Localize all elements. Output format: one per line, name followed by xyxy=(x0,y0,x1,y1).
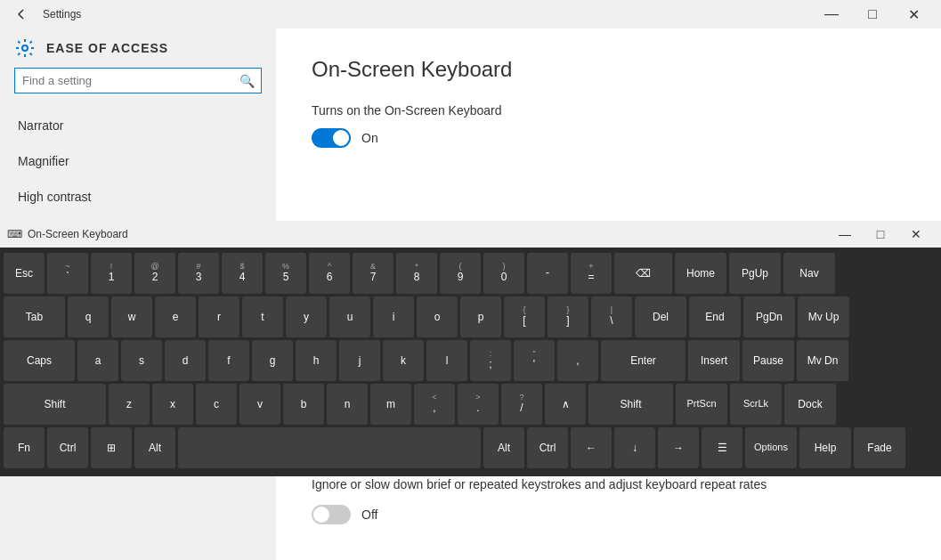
key-4[interactable]: $4 xyxy=(222,253,263,294)
key-shift-right[interactable]: Shift xyxy=(588,384,673,425)
key-6[interactable]: ^6 xyxy=(309,253,350,294)
key-n[interactable]: n xyxy=(327,384,368,425)
osk-close-button[interactable]: ✕ xyxy=(898,221,934,248)
key-dock[interactable]: Dock xyxy=(784,384,836,425)
osk-toggle[interactable] xyxy=(312,128,351,148)
key-scrlk[interactable]: ScrLk xyxy=(730,384,782,425)
minimize-button[interactable]: — xyxy=(811,0,852,28)
key-2[interactable]: @2 xyxy=(134,253,175,294)
key-u[interactable]: u xyxy=(329,296,370,337)
key-pause[interactable]: Pause xyxy=(742,340,794,381)
key-k[interactable]: k xyxy=(383,340,424,381)
key-fn[interactable]: Fn xyxy=(4,427,45,468)
key-down-arrow[interactable]: ↓ xyxy=(614,427,655,468)
key-8[interactable]: *8 xyxy=(396,253,437,294)
key-0[interactable]: )0 xyxy=(483,253,524,294)
key-g[interactable]: g xyxy=(252,340,293,381)
key-pgup[interactable]: PgUp xyxy=(729,253,781,294)
key-caps[interactable]: Caps xyxy=(4,340,75,381)
key-v[interactable]: v xyxy=(239,384,280,425)
key-a[interactable]: a xyxy=(77,340,118,381)
sidebar-item-high-contrast[interactable]: High contrast xyxy=(0,179,276,215)
key-win[interactable]: ⊞ xyxy=(91,427,132,468)
key-alt-left[interactable]: Alt xyxy=(134,427,175,468)
key-prtscn[interactable]: PrtScn xyxy=(676,384,727,425)
maximize-button[interactable]: □ xyxy=(852,0,893,28)
key-x[interactable]: x xyxy=(152,384,193,425)
key-f[interactable]: f xyxy=(208,340,249,381)
key-r[interactable]: r xyxy=(199,296,239,337)
filter-keys-toggle[interactable] xyxy=(312,505,351,524)
key-q[interactable]: q xyxy=(68,296,109,337)
key-quote[interactable]: "' xyxy=(514,340,555,381)
key-m[interactable]: m xyxy=(370,384,411,425)
key-p[interactable]: p xyxy=(460,296,501,337)
key-c[interactable]: c xyxy=(196,384,237,425)
key-right-arrow[interactable]: → xyxy=(658,427,699,468)
key-fade[interactable]: Fade xyxy=(854,427,905,468)
key-shift-left[interactable]: Shift xyxy=(4,384,106,425)
key-bracket-r[interactable]: }] xyxy=(548,296,588,337)
key-bracket-l[interactable]: {[ xyxy=(504,296,545,337)
key-9[interactable]: (9 xyxy=(440,253,481,294)
key-insert[interactable]: Insert xyxy=(688,340,740,381)
key-o[interactable]: o xyxy=(417,296,458,337)
key-help[interactable]: Help xyxy=(799,427,851,468)
key-del[interactable]: Del xyxy=(635,296,686,337)
key-enter[interactable]: Enter xyxy=(601,340,685,381)
sidebar-item-magnifier[interactable]: Magnifier xyxy=(0,143,276,179)
key-z[interactable]: z xyxy=(109,384,150,425)
key-nav[interactable]: Nav xyxy=(783,253,835,294)
key-d[interactable]: d xyxy=(165,340,206,381)
key-y[interactable]: y xyxy=(286,296,327,337)
key-equals[interactable]: += xyxy=(571,253,612,294)
key-comma-row3[interactable]: , xyxy=(557,340,598,381)
key-esc[interactable]: Esc xyxy=(4,253,45,294)
close-button[interactable]: ✕ xyxy=(893,0,934,28)
key-minus[interactable]: - xyxy=(527,253,568,294)
key-h[interactable]: h xyxy=(296,340,337,381)
key-mv-dn[interactable]: Mv Dn xyxy=(797,340,848,381)
key-left-arrow[interactable]: ← xyxy=(571,427,612,468)
key-ctrl-right[interactable]: Ctrl xyxy=(527,427,568,468)
key-backspace[interactable]: ⌫ xyxy=(614,253,672,294)
key-end[interactable]: End xyxy=(689,296,741,337)
osk-maximize-button[interactable]: □ xyxy=(863,221,898,248)
key-3[interactable]: #3 xyxy=(178,253,219,294)
key-context[interactable]: ☰ xyxy=(702,427,742,468)
key-options[interactable]: Options xyxy=(745,427,797,468)
key-up-arrow[interactable]: ∧ xyxy=(545,384,586,425)
title-bar-left: Settings xyxy=(7,0,81,28)
key-lt-comma[interactable]: <, xyxy=(414,384,455,425)
toggle1-label: On xyxy=(361,131,378,145)
key-e[interactable]: e xyxy=(155,296,196,337)
key-space[interactable] xyxy=(178,427,481,468)
key-home[interactable]: Home xyxy=(675,253,726,294)
key-t[interactable]: t xyxy=(242,296,283,337)
key-s[interactable]: s xyxy=(121,340,162,381)
key-gt-period[interactable]: >. xyxy=(458,384,499,425)
key-alt-right[interactable]: Alt xyxy=(483,427,524,468)
key-slash[interactable]: ?/ xyxy=(501,384,542,425)
key-1[interactable]: !1 xyxy=(91,253,132,294)
key-pgdn[interactable]: PgDn xyxy=(743,296,795,337)
key-mv-up[interactable]: Mv Up xyxy=(798,296,849,337)
key-tab[interactable]: Tab xyxy=(4,296,65,337)
key-tilde[interactable]: ~` xyxy=(47,253,88,294)
key-j[interactable]: j xyxy=(339,340,380,381)
key-7[interactable]: &7 xyxy=(353,253,393,294)
key-b[interactable]: b xyxy=(283,384,324,425)
sidebar-item-narrator[interactable]: Narrator xyxy=(0,108,276,143)
key-w[interactable]: w xyxy=(111,296,152,337)
key-ctrl-left[interactable]: Ctrl xyxy=(47,427,88,468)
search-input[interactable] xyxy=(14,68,262,93)
key-l[interactable]: l xyxy=(426,340,467,381)
bottom-setting-desc: Ignore or slow down brief or repeated ke… xyxy=(312,476,905,494)
key-backslash[interactable]: |\ xyxy=(591,296,632,337)
key-semicolon[interactable]: :; xyxy=(470,340,511,381)
osk-minimize-button[interactable]: — xyxy=(827,221,863,248)
key-i[interactable]: i xyxy=(373,296,414,337)
back-button[interactable] xyxy=(7,0,36,28)
key-5[interactable]: %5 xyxy=(265,253,306,294)
gear-icon xyxy=(14,37,36,59)
